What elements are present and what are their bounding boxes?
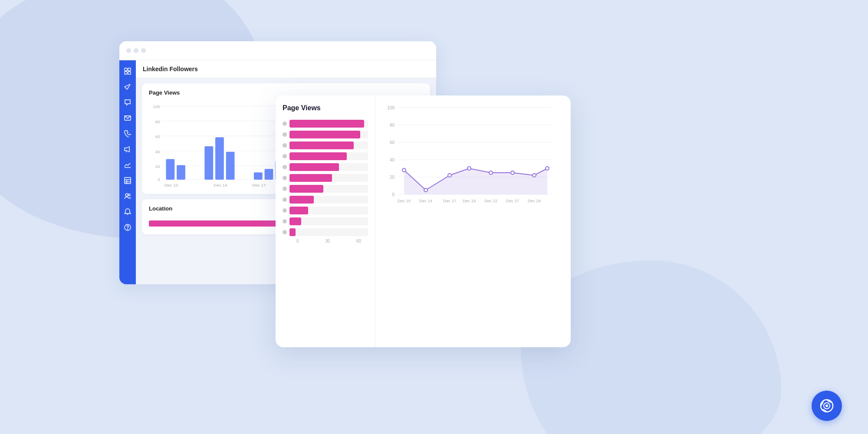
bar-row-6	[283, 174, 368, 182]
bar-fill-4	[289, 152, 347, 160]
send-icon[interactable]	[124, 83, 132, 91]
bar-dot-4	[283, 154, 287, 158]
bar-fill-5	[289, 163, 339, 171]
svg-text:80: 80	[390, 123, 395, 128]
bar-row-2	[283, 131, 368, 138]
svg-text:20: 20	[390, 175, 395, 180]
traffic-light-green	[141, 48, 146, 53]
bar-fill-2	[289, 131, 360, 138]
bar-row-4	[283, 152, 368, 160]
svg-rect-33	[177, 165, 185, 180]
page-views-title: Page Views	[149, 89, 423, 96]
mail-icon[interactable]	[124, 114, 132, 122]
bar-dot-9	[283, 208, 287, 213]
svg-rect-11	[125, 178, 131, 184]
svg-text:0: 0	[158, 177, 160, 182]
svg-text:40: 40	[155, 149, 160, 154]
bar-fill-1	[289, 120, 364, 128]
bar-bg-5	[289, 163, 368, 171]
svg-text:60: 60	[390, 140, 395, 145]
bar-bg-8	[289, 196, 368, 204]
dot-dec19	[467, 167, 471, 170]
dot-dec29	[533, 174, 536, 177]
svg-text:80: 80	[155, 119, 160, 124]
bar-dot-5	[283, 165, 287, 169]
horizontal-bar-chart	[283, 120, 368, 236]
svg-marker-8	[125, 147, 129, 152]
bar-dot-11	[283, 230, 287, 234]
bar-row-8	[283, 196, 368, 204]
bar-dot-2	[283, 132, 287, 137]
help-icon[interactable]	[124, 224, 132, 231]
bell-icon[interactable]	[124, 208, 132, 216]
bar-row-11	[283, 228, 368, 236]
svg-text:40: 40	[390, 158, 395, 162]
x-label-30: 30	[325, 239, 330, 243]
megaphone-icon[interactable]	[124, 145, 132, 153]
svg-rect-3	[128, 72, 131, 74]
svg-text:100: 100	[153, 104, 160, 109]
svg-text:100: 100	[387, 105, 395, 110]
table-icon[interactable]	[124, 177, 132, 184]
bar-bg-9	[289, 207, 368, 214]
svg-point-67	[825, 404, 828, 407]
bar-dot-3	[283, 143, 287, 148]
dot-dec10	[402, 168, 406, 172]
svg-text:0: 0	[392, 192, 395, 197]
bar-fill-10	[289, 217, 301, 225]
svg-rect-36	[226, 152, 235, 180]
x-label-60: 60	[356, 239, 361, 243]
svg-text:Dec 22: Dec 22	[484, 198, 497, 203]
logo-icon	[817, 396, 836, 415]
svg-line-6	[125, 87, 127, 89]
users-icon[interactable]	[124, 192, 132, 200]
bar-dot-7	[283, 187, 287, 191]
bar-fill-6	[289, 174, 332, 182]
bar-bg-7	[289, 185, 368, 193]
svg-rect-35	[215, 137, 224, 180]
front-right-panel: 100 80 60 40 20 0	[375, 95, 571, 347]
svg-text:Dec 10: Dec 10	[398, 198, 411, 203]
bar-fill-9	[289, 207, 308, 214]
x-label-0: 0	[296, 239, 299, 243]
bar-row-10	[283, 217, 368, 225]
grid-icon[interactable]	[124, 67, 132, 75]
traffic-light-yellow	[134, 48, 138, 53]
svg-text:Dec 17: Dec 17	[252, 183, 266, 187]
svg-rect-0	[125, 68, 127, 71]
bar-bg-11	[289, 228, 368, 236]
logo	[812, 391, 842, 421]
titlebar	[119, 41, 436, 60]
front-window-main: Page Views	[276, 95, 571, 347]
bar-dot-6	[283, 176, 287, 180]
traffic-light-red	[126, 48, 131, 53]
sidebar	[119, 60, 136, 284]
dot-dec14	[424, 188, 427, 192]
chart-line-icon[interactable]	[124, 161, 132, 169]
svg-point-16	[128, 194, 130, 196]
chat-icon[interactable]	[124, 99, 132, 106]
bar-dot-10	[283, 219, 287, 224]
svg-rect-1	[128, 68, 131, 71]
phone-icon[interactable]	[124, 130, 132, 138]
svg-point-15	[125, 194, 128, 196]
dot-dec22	[489, 171, 493, 174]
svg-text:Dec 17: Dec 17	[443, 198, 456, 203]
svg-point-19	[128, 229, 128, 230]
svg-text:Dec 29: Dec 29	[528, 198, 541, 203]
bar-bg-10	[289, 217, 368, 225]
bar-bg-3	[289, 141, 368, 149]
svg-text:Dec 10: Dec 10	[164, 183, 178, 187]
bar-row-7	[283, 185, 368, 193]
svg-text:60: 60	[155, 134, 160, 139]
bar-row-1	[283, 120, 368, 128]
linkedin-title: Linkedin Followers	[136, 60, 436, 78]
svg-text:Dec 14: Dec 14	[419, 198, 432, 203]
dot-dec27	[511, 171, 514, 174]
svg-rect-37	[254, 172, 263, 180]
svg-rect-34	[204, 146, 213, 180]
front-window: Page Views	[276, 95, 571, 347]
bar-fill-11	[289, 228, 296, 236]
bar-fill-7	[289, 185, 323, 193]
dot-last	[546, 167, 549, 170]
